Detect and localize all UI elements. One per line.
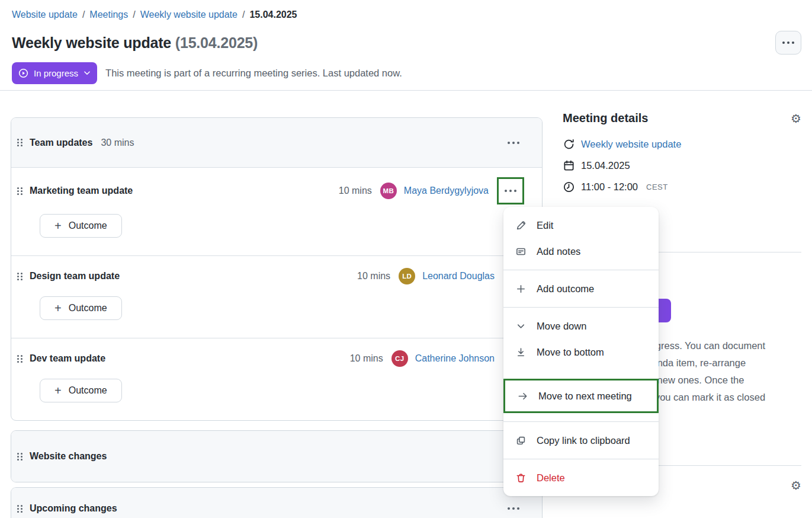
- owner-link[interactable]: Catherine Johnson: [415, 353, 495, 364]
- meeting-date: 15.04.2025: [581, 160, 630, 171]
- chevron-down-icon: [515, 321, 527, 332]
- breadcrumb-link-meetings[interactable]: Meetings: [89, 9, 128, 20]
- outcome-button-label: Outcome: [69, 303, 107, 314]
- notes-icon: [515, 246, 527, 257]
- ellipsis-icon: [505, 190, 516, 192]
- status-label: In progress: [34, 68, 78, 78]
- section-title: Team updates: [30, 138, 92, 148]
- menu-item-label: Move down: [537, 321, 586, 332]
- add-outcome-button[interactable]: + Outcome: [40, 296, 122, 320]
- clock-icon: [563, 181, 575, 193]
- agenda-section-upcoming-changes: Upcoming changes: [11, 487, 543, 518]
- section-duration: 30 mins: [101, 138, 134, 148]
- drag-handle-icon[interactable]: [17, 187, 23, 195]
- page-more-button[interactable]: [775, 31, 801, 55]
- recurrence-link[interactable]: Weekly website update: [581, 139, 681, 150]
- arrow-right-icon: [517, 391, 528, 402]
- copy-icon: [515, 435, 527, 446]
- outcome-button-label: Outcome: [69, 220, 107, 231]
- header-divider: [0, 90, 812, 91]
- recurring-icon: [563, 138, 575, 151]
- gear-icon[interactable]: ⚙: [791, 113, 801, 124]
- menu-item-edit[interactable]: Edit: [503, 212, 659, 238]
- agenda-item-marketing: Marketing team update 10 mins MB Maya Be…: [11, 168, 542, 256]
- gear-icon[interactable]: ⚙: [791, 479, 801, 491]
- recurrence-row: Weekly website update: [563, 138, 801, 151]
- section-header: Upcoming changes: [11, 488, 542, 518]
- plus-icon: [515, 283, 527, 295]
- section-header: Team updates 30 mins: [11, 118, 542, 168]
- ellipsis-icon: [508, 507, 519, 510]
- plus-icon: +: [54, 385, 62, 397]
- avatar: MB: [380, 183, 397, 199]
- avatar: CJ: [391, 350, 408, 367]
- time-row: 11:00 - 12:00 CEST: [563, 181, 801, 193]
- status-dropdown[interactable]: In progress: [12, 62, 97, 84]
- agenda-item-duration: 10 mins: [350, 353, 383, 364]
- meeting-timezone: CEST: [646, 183, 668, 191]
- menu-item-copy-link[interactable]: Copy link to clipboard: [503, 427, 659, 453]
- outcome-button-label: Outcome: [69, 385, 107, 396]
- plus-icon: +: [54, 302, 62, 314]
- pencil-icon: [515, 220, 527, 231]
- ellipsis-icon: [508, 142, 519, 144]
- agenda-list: Team updates 30 mins Marketing team upda…: [11, 117, 543, 518]
- move-to-bottom-icon: [515, 347, 527, 358]
- menu-item-add-outcome[interactable]: Add outcome: [503, 276, 659, 302]
- menu-item-add-notes[interactable]: Add notes: [503, 238, 659, 264]
- menu-item-label: Add outcome: [537, 283, 594, 295]
- meeting-time: 11:00 - 12:00: [581, 181, 638, 193]
- breadcrumb-separator: /: [82, 9, 85, 20]
- menu-item-move-down[interactable]: Move down: [503, 313, 659, 339]
- drag-handle-icon[interactable]: [17, 139, 23, 146]
- agenda-item-dev: Dev team update 10 mins CJ Catherine Joh…: [11, 338, 542, 420]
- agenda-section-team-updates: Team updates 30 mins Marketing team upda…: [11, 117, 543, 421]
- breadcrumb-link-website-update[interactable]: Website update: [12, 9, 78, 20]
- agenda-item-title: Design team update: [30, 271, 120, 282]
- calendar-icon: [563, 159, 575, 172]
- plus-icon: +: [54, 220, 62, 232]
- breadcrumb-link-weekly-website-update[interactable]: Weekly website update: [140, 9, 237, 20]
- section-title: Website changes: [30, 451, 107, 462]
- meeting-page: Website update / Meetings / Weekly websi…: [0, 0, 812, 518]
- page-title-date: (15.04.2025): [175, 34, 258, 51]
- menu-item-move-to-bottom[interactable]: Move to bottom: [503, 339, 659, 365]
- add-outcome-button[interactable]: + Outcome: [40, 379, 122, 402]
- section-more-button[interactable]: [503, 132, 524, 154]
- drag-handle-icon[interactable]: [17, 273, 23, 280]
- drag-handle-icon[interactable]: [17, 355, 23, 363]
- owner-link[interactable]: Leonard Douglas: [422, 271, 495, 282]
- drag-handle-icon[interactable]: [17, 505, 23, 513]
- meeting-meta-text: This meeting is part of a recurring meet…: [105, 68, 402, 79]
- status-row: In progress This meeting is part of a re…: [12, 62, 402, 84]
- breadcrumb: Website update / Meetings / Weekly websi…: [12, 9, 297, 20]
- agenda-item-title: Dev team update: [30, 353, 105, 364]
- add-outcome-button[interactable]: + Outcome: [40, 214, 122, 238]
- agenda-section-website-changes: Website changes: [11, 430, 543, 482]
- agenda-item-title: Marketing team update: [30, 186, 133, 196]
- menu-item-move-to-next-meeting[interactable]: Move to next meeting: [503, 379, 659, 413]
- section-more-button[interactable]: [503, 498, 524, 518]
- ellipsis-icon: [782, 41, 794, 44]
- play-circle-icon: [18, 68, 29, 79]
- date-row: 15.04.2025: [563, 159, 801, 172]
- agenda-item-context-menu: Edit Add notes Add outcome: [503, 207, 659, 496]
- drag-handle-icon[interactable]: [17, 453, 23, 461]
- menu-item-label: Delete: [537, 472, 565, 484]
- breadcrumb-current: 15.04.2025: [249, 9, 297, 20]
- breadcrumb-separator: /: [242, 9, 245, 20]
- menu-item-label: Edit: [537, 220, 553, 231]
- menu-item-label: Move to next meeting: [538, 391, 632, 402]
- agenda-item-duration: 10 mins: [339, 186, 372, 196]
- menu-item-label: Add notes: [537, 246, 580, 257]
- section-title: Upcoming changes: [30, 503, 117, 514]
- page-title-text: Weekly website update: [12, 34, 171, 51]
- agenda-item-duration: 10 mins: [357, 271, 390, 282]
- agenda-item-design: Design team update 10 mins LD Leonard Do…: [11, 256, 542, 338]
- page-title: Weekly website update (15.04.2025): [12, 34, 258, 52]
- trash-icon: [515, 472, 527, 484]
- agenda-item-more-button[interactable]: [497, 177, 524, 204]
- owner-link[interactable]: Maya Berdygylyjova: [404, 186, 489, 196]
- menu-item-label: Move to bottom: [537, 347, 604, 358]
- menu-item-delete[interactable]: Delete: [503, 465, 659, 491]
